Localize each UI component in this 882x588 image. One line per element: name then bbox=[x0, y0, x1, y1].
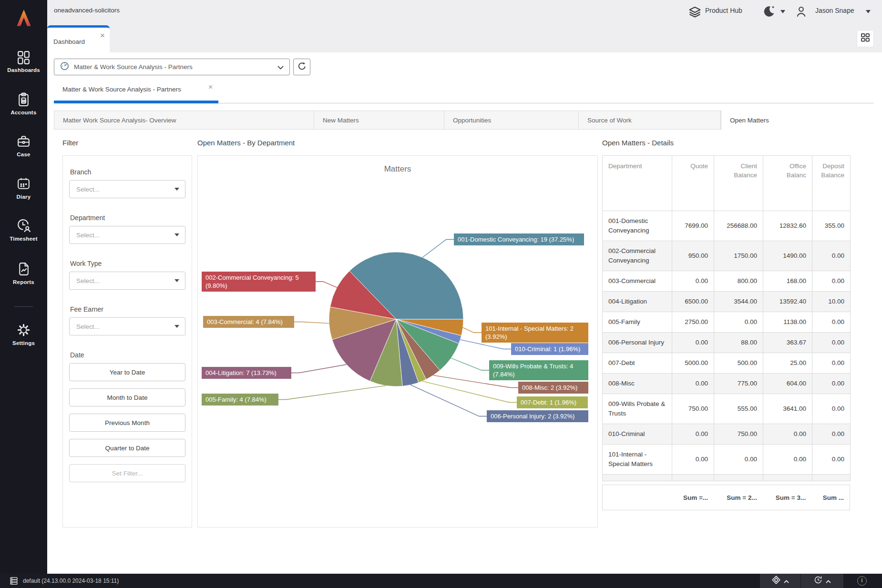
pie-leader-line bbox=[422, 381, 517, 403]
tab-overview[interactable]: Matter Work Source Analysis- Overview bbox=[54, 111, 314, 130]
column-header[interactable]: Quote bbox=[672, 156, 714, 211]
table-row[interactable]: 005-Family2750.000.001138.000.00 bbox=[603, 312, 851, 333]
table-empty-row bbox=[603, 475, 851, 481]
open-matters-table: DepartmentQuoteClient BalanceOffice Bala… bbox=[602, 155, 851, 481]
refresh-button[interactable] bbox=[293, 59, 310, 75]
column-header[interactable]: Deposit Balance bbox=[812, 156, 851, 211]
gear-icon bbox=[0, 322, 47, 338]
close-icon[interactable]: × bbox=[100, 31, 105, 40]
table-row[interactable]: 008-Misc0.00775.00604.000.00 bbox=[603, 374, 851, 394]
table-row[interactable]: 004-Litigation6500.003544.0013592.4010.0… bbox=[603, 292, 851, 312]
set-filter-button[interactable]: Set Filter... bbox=[69, 464, 185, 482]
chevron-down-icon bbox=[174, 233, 179, 236]
pie-leader-line bbox=[410, 385, 487, 416]
sidebar-item-label: Timesheet bbox=[0, 236, 47, 242]
dashboards-icon bbox=[0, 49, 47, 65]
table-sum-row: Sum =... Sum = 2... Sum = 3... Sum ... bbox=[602, 485, 850, 510]
clock-history-icon bbox=[814, 576, 822, 586]
sidebar-item-case[interactable]: Case bbox=[0, 133, 47, 157]
briefcase-icon bbox=[0, 133, 47, 149]
sidebar-item-dashboards[interactable]: Dashboards bbox=[0, 49, 47, 73]
sidebar-item-label: Settings bbox=[0, 340, 47, 346]
year-to-date-button[interactable]: Year to Date bbox=[69, 363, 185, 381]
department-label: Department bbox=[70, 214, 185, 222]
sidebar-item-label: Diary bbox=[0, 194, 47, 200]
subtab-label[interactable]: Matter & Work Source Analysis - Partners bbox=[62, 86, 181, 93]
sidebar-item-accounts[interactable]: Accounts bbox=[0, 91, 47, 115]
theme-caret-icon[interactable] bbox=[780, 10, 785, 13]
info-icon[interactable]: i bbox=[857, 576, 867, 586]
sidebar-divider bbox=[14, 306, 33, 307]
work-type-select[interactable]: Select... bbox=[69, 272, 185, 290]
chevron-down-icon bbox=[174, 279, 179, 282]
tab-source-of-work[interactable]: Source of Work bbox=[579, 111, 721, 130]
user-menu-caret-icon[interactable] bbox=[866, 10, 871, 13]
pie-slice-label: 005-Family: 4 (7.84%) bbox=[202, 394, 278, 406]
branch-placeholder: Select... bbox=[76, 186, 100, 193]
open-matters-table-panel: DepartmentQuoteClient BalanceOffice Bala… bbox=[602, 155, 851, 510]
pie-leader-line bbox=[451, 358, 489, 371]
database-icon bbox=[10, 577, 18, 587]
product-hub-link[interactable]: Product Hub bbox=[705, 7, 742, 14]
dashboard-select[interactable]: Matter & Work Source Analysis - Partners bbox=[54, 59, 290, 75]
month-to-date-button[interactable]: Month to Date bbox=[69, 388, 185, 406]
oneadvanced-logo-icon[interactable] bbox=[0, 8, 47, 28]
pie-slice-label: 001-Domestic Conveyancing: 19 (37.25%) bbox=[454, 233, 584, 245]
user-name[interactable]: Jason Snape bbox=[815, 7, 854, 14]
fee-earner-select[interactable]: Select... bbox=[69, 317, 185, 335]
column-header[interactable]: Office Balanc bbox=[763, 156, 812, 211]
column-header[interactable]: Client Balance bbox=[714, 156, 763, 211]
department-select[interactable]: Select... bbox=[69, 226, 185, 244]
sidebar-item-diary[interactable]: Diary bbox=[0, 176, 47, 200]
window-tab-label: Dashboard bbox=[53, 38, 85, 45]
chevron-down-icon bbox=[174, 325, 179, 328]
table-row[interactable]: 010-Criminal0.00750.000.000.00 bbox=[603, 424, 851, 445]
dark-mode-moon-icon[interactable] bbox=[762, 5, 776, 20]
close-icon[interactable]: × bbox=[208, 83, 213, 91]
sidebar-item-reports[interactable]: Reports bbox=[0, 261, 47, 285]
recent-history-button[interactable] bbox=[801, 574, 843, 588]
branding-panel-button[interactable] bbox=[760, 574, 800, 588]
table-row[interactable]: 101-Internal - Special Matters0.000.000.… bbox=[603, 445, 851, 475]
table-row[interactable]: 002-Commercial Conveyancing950.001750.00… bbox=[603, 241, 851, 271]
sidebar-item-timesheet[interactable]: Timesheet bbox=[0, 218, 47, 242]
clock-person-icon bbox=[0, 218, 47, 233]
dashboard-content: Matter & Work Source Analysis - Partners… bbox=[47, 52, 882, 574]
chevron-down-icon bbox=[174, 188, 179, 191]
quarter-to-date-button[interactable]: Quarter to Date bbox=[69, 439, 185, 457]
table-row[interactable]: 006-Personal Injury0.0088.00363.670.00 bbox=[603, 333, 851, 353]
status-bar: default (24.13.00.0 2024-03-18 15:11) i bbox=[0, 574, 882, 588]
pie-leader-line bbox=[316, 282, 337, 287]
user-avatar-icon[interactable] bbox=[793, 3, 809, 21]
tab-open-matters[interactable]: Open Matters bbox=[721, 111, 855, 130]
pie-slice-label: 008-Misc: 2 (3.92%) bbox=[518, 382, 588, 394]
sidebar: Dashboards Accounts Case bbox=[0, 0, 47, 574]
branch-select[interactable]: Select... bbox=[69, 180, 185, 198]
chart-heading: Open Matters - By Department bbox=[197, 139, 295, 147]
previous-month-button[interactable]: Previous Month bbox=[69, 414, 185, 432]
fee-earner-label: Fee Earner bbox=[70, 305, 185, 313]
tab-new-matters[interactable]: New Matters bbox=[314, 111, 444, 130]
sum-deposit-balance: Sum ... bbox=[811, 494, 850, 501]
application-window: Dashboards Accounts Case bbox=[0, 0, 882, 588]
pie-slice-label: 003-Commercial: 4 (7.84%) bbox=[203, 316, 294, 328]
filter-panel: Branch Select... Department Select... Wo… bbox=[62, 155, 192, 527]
dashboard-select-value: Matter & Work Source Analysis - Partners bbox=[74, 63, 193, 71]
app-name: oneadvanced-solicitors bbox=[54, 7, 120, 14]
table-row[interactable]: 001-Domestic Conveyancing7699.00256688.0… bbox=[603, 211, 851, 241]
table-heading: Open Matters - Details bbox=[602, 139, 674, 147]
column-header[interactable]: Department bbox=[603, 156, 672, 211]
dashboard-window-tab[interactable]: Dashboard × bbox=[47, 25, 110, 52]
tab-opportunities[interactable]: Opportunities bbox=[444, 111, 579, 130]
table-row[interactable]: 007-Debt5000.00500.0025.000.00 bbox=[603, 353, 851, 374]
table-row[interactable]: 009-Wills Probate & Trusts750.00555.0036… bbox=[603, 394, 851, 424]
product-hub-layers-icon[interactable] bbox=[688, 5, 702, 20]
filter-heading: Filter bbox=[62, 139, 78, 147]
chevron-up-icon bbox=[826, 577, 831, 585]
table-row[interactable]: 003-Commercial0.00800.00168.000.00 bbox=[603, 271, 851, 292]
date-label: Date bbox=[70, 351, 185, 359]
dashboard-switcher-button[interactable] bbox=[857, 30, 874, 47]
sidebar-item-label: Case bbox=[0, 152, 47, 157]
sidebar-item-settings[interactable]: Settings bbox=[0, 322, 47, 346]
department-placeholder: Select... bbox=[76, 232, 100, 239]
